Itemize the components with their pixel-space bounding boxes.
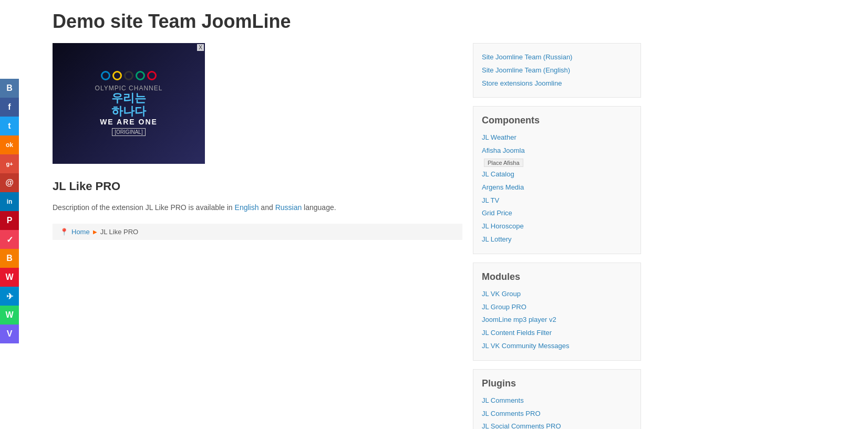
article-section: JL Like PRO Description of the extension… [53,174,462,245]
weibo-icon[interactable]: W [0,268,19,287]
linkedin-icon[interactable]: in [0,192,19,211]
component-link-afisha[interactable]: Afisha Joomla [482,145,632,156]
plugins-box: Plugins JL Comments JL Comments PRO JL S… [473,369,641,429]
viber-icon[interactable]: V [0,325,19,343]
breadcrumb-current: JL Like PRO [100,228,139,236]
component-link-gridprice[interactable]: Grid Price [482,208,632,219]
ad-banner: X OLYMPIC CHANNEL 우리는 하나다 WE ARE ONE [53,43,205,164]
breadcrumb-separator: ▶ [93,229,97,235]
plugins-list: JL Comments JL Comments PRO JL Social Co… [482,395,632,429]
sidebar-link-russian[interactable]: Site Joomline Team (Russian) [482,52,632,63]
russian-link[interactable]: Russian [275,203,302,212]
modules-list: JL VK Group JL Group PRO JoomLine mp3 pl… [482,289,632,352]
odnoklassniki-icon[interactable]: ok [0,135,19,154]
component-link-horoscope[interactable]: JL Horoscope [482,221,632,232]
right-sidebar: Site Joomline Team (Russian) Site Joomli… [473,43,641,429]
we-are-one-text: WE ARE ONE [100,118,158,126]
sidebar-link-english[interactable]: Site Joomline Team (English) [482,65,632,76]
pinterest-icon[interactable]: P [0,211,19,230]
sidebar-link-store[interactable]: Store extensions Joomline [482,78,632,89]
english-link[interactable]: English [235,203,259,212]
twitter-icon[interactable]: t [0,117,19,135]
ring-green [136,71,145,80]
components-list: JL Weather Afisha Joomla Place Afisha JL… [482,132,632,245]
pocket-icon[interactable]: ✓ [0,230,19,249]
vk-icon[interactable]: B [0,79,19,98]
ad-banner-inner: OLYMPIC CHANNEL 우리는 하나다 WE ARE ONE [ORIG… [53,43,205,164]
plugin-link-commentspro[interactable]: JL Comments PRO [482,409,632,420]
ring-yellow [112,71,122,80]
social-sidebar: B f t ok g+ @ in P ✓ B W ✈ W V [0,79,19,343]
plugins-heading: Plugins [482,378,632,389]
module-link-vkgroup[interactable]: JL VK Group [482,289,632,300]
component-link-argens[interactable]: Argens Media [482,182,632,193]
module-link-vkcommunity[interactable]: JL VK Community Messages [482,341,632,352]
mail-icon[interactable]: @ [0,173,19,192]
ring-black [124,71,133,80]
article-description: Description of the extension JL Like PRO… [53,202,462,213]
place-afisha-badge: Place Afisha [484,159,523,167]
location-icon: 📍 [60,228,68,236]
breadcrumb-home[interactable]: Home [71,228,90,236]
component-link-lottery[interactable]: JL Lottery [482,234,632,245]
site-title: Demo site Team JoomLine [53,11,641,33]
module-link-grouppro[interactable]: JL Group PRO [482,302,632,313]
blogger-icon[interactable]: B [0,249,19,268]
plugin-link-comments[interactable]: JL Comments [482,395,632,406]
content-area: X OLYMPIC CHANNEL 우리는 하나다 WE ARE ONE [53,43,641,429]
component-link-tv[interactable]: JL TV [482,195,632,206]
plugin-link-socialcomments[interactable]: JL Social Comments PRO [482,421,632,429]
ad-close-label[interactable]: X [197,44,204,51]
breadcrumb: 📍 Home ▶ JL Like PRO [53,224,462,240]
left-column: X OLYMPIC CHANNEL 우리는 하나다 WE ARE ONE [53,43,462,429]
article-title: JL Like PRO [53,180,462,193]
whatsapp-icon[interactable]: W [0,306,19,325]
module-link-mp3[interactable]: JoomLine mp3 player v2 [482,315,632,326]
modules-heading: Modules [482,271,632,282]
top-links-box: Site Joomline Team (Russian) Site Joomli… [473,43,641,98]
googleplus-icon[interactable]: g+ [0,154,19,173]
ring-red [147,71,157,80]
facebook-icon[interactable]: f [0,98,19,117]
telegram-icon[interactable]: ✈ [0,287,19,306]
main-content: Demo site Team JoomLine X OLYMPIC CHANNE… [21,0,652,429]
modules-box: Modules JL VK Group JL Group PRO JoomLin… [473,263,641,361]
component-link-weather[interactable]: JL Weather [482,132,632,143]
original-tag: [ORIGINAL] [112,128,145,136]
module-link-fields[interactable]: JL Content Fields Filter [482,328,632,339]
components-box: Components JL Weather Afisha Joomla Plac… [473,106,641,254]
ring-blue [101,71,110,80]
top-links-list: Site Joomline Team (Russian) Site Joomli… [482,52,632,89]
olympic-korean-text: 우리는 하나다 [111,92,146,117]
component-link-catalog[interactable]: JL Catalog [482,169,632,180]
component-place-afisha: Place Afisha [482,159,632,167]
components-heading: Components [482,115,632,126]
olympic-channel-label: OLYMPIC CHANNEL [95,85,163,92]
olympic-rings [101,71,157,80]
